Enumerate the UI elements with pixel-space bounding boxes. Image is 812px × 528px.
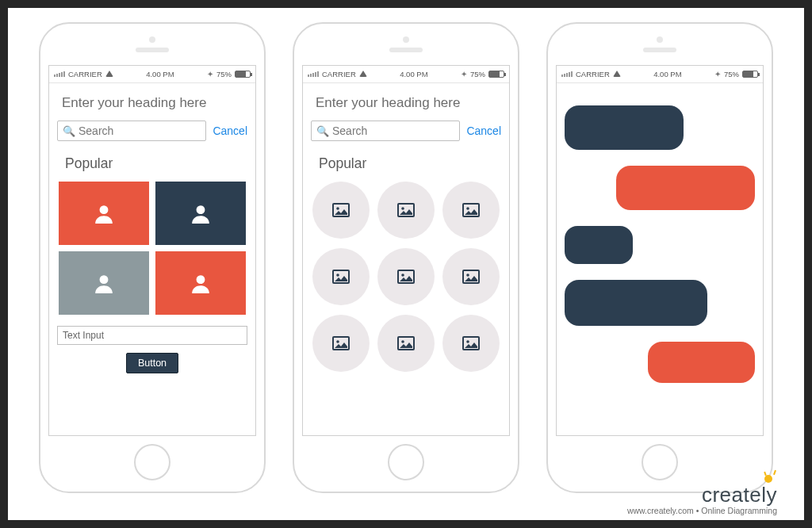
phone-mockup-3: CARRIER 4.00 PM ✦ 75%	[546, 22, 773, 493]
wireframe-canvas: CARRIER 4.00 PM ✦ 75% Enter your heading…	[0, 0, 812, 528]
search-placeholder: Search	[332, 124, 367, 137]
signal-icon	[308, 71, 319, 77]
wifi-icon	[613, 71, 621, 77]
image-item[interactable]	[442, 248, 500, 305]
image-item[interactable]	[312, 315, 370, 372]
button-label: Button	[138, 358, 167, 369]
phone-screen: CARRIER 4.00 PM ✦ 75%	[556, 65, 764, 436]
carrier-label: CARRIER	[322, 70, 356, 78]
battery-label: 75%	[724, 70, 739, 78]
wifi-icon	[105, 71, 113, 77]
phone-mockup-2: CARRIER 4.00 PM ✦ 75% Enter your heading…	[293, 22, 519, 493]
text-input[interactable]: Text Input	[57, 326, 247, 345]
clock-label: 4.00 PM	[146, 70, 174, 78]
battery-label: 75%	[216, 70, 232, 78]
clock-label: 4.00 PM	[400, 70, 427, 78]
image-grid	[311, 182, 501, 372]
battery-label: 75%	[470, 70, 485, 78]
brand-logo: creately	[702, 483, 777, 507]
battery-icon	[235, 71, 251, 78]
phone-camera	[403, 36, 409, 43]
chat-bubble-sent[interactable]	[648, 342, 755, 383]
image-item[interactable]	[442, 182, 500, 239]
user-icon	[94, 273, 114, 293]
search-input[interactable]: 🔍 Search	[57, 121, 206, 141]
phone-camera	[149, 36, 155, 43]
clock-label: 4.00 PM	[653, 70, 681, 78]
user-icon	[94, 203, 114, 224]
signal-icon	[54, 71, 65, 77]
chat-bubble-sent[interactable]	[616, 166, 755, 210]
battery-icon	[742, 71, 758, 78]
user-tile[interactable]	[59, 182, 149, 245]
image-icon	[396, 335, 416, 352]
bluetooth-icon: ✦	[207, 70, 213, 78]
image-icon	[461, 201, 481, 219]
search-input[interactable]: 🔍 Search	[311, 121, 460, 141]
chat-thread	[557, 83, 763, 435]
image-icon	[461, 335, 481, 352]
battery-icon	[488, 71, 504, 78]
phone-screen: CARRIER 4.00 PM ✦ 75% Enter your heading…	[48, 65, 256, 436]
image-item[interactable]	[377, 248, 435, 305]
text-input-placeholder: Text Input	[63, 330, 104, 341]
image-icon	[331, 201, 351, 219]
chat-bubble-received[interactable]	[565, 226, 633, 264]
cancel-link[interactable]: Cancel	[213, 124, 247, 137]
image-item[interactable]	[312, 248, 370, 305]
footer: creately www.creately.com • Online Diagr…	[627, 483, 777, 515]
status-bar: CARRIER 4.00 PM ✦ 75%	[303, 66, 509, 83]
cancel-link[interactable]: Cancel	[466, 124, 501, 137]
signal-icon	[561, 71, 573, 77]
home-button[interactable]	[388, 444, 424, 480]
section-heading: Popular	[319, 155, 501, 172]
phone-camera	[657, 36, 663, 43]
user-icon	[190, 203, 211, 224]
search-placeholder: Search	[79, 124, 113, 137]
carrier-label: CARRIER	[576, 70, 610, 78]
user-tile[interactable]	[155, 182, 246, 245]
bluetooth-icon: ✦	[714, 70, 721, 78]
home-button[interactable]	[134, 444, 170, 480]
home-button[interactable]	[642, 444, 678, 480]
page-heading: Enter your heading here	[62, 94, 247, 111]
bluetooth-icon: ✦	[461, 70, 467, 78]
search-icon: 🔍	[63, 125, 75, 137]
image-icon	[396, 268, 416, 285]
image-item[interactable]	[312, 182, 370, 239]
user-tile[interactable]	[155, 251, 246, 315]
status-bar: CARRIER 4.00 PM ✦ 75%	[557, 66, 763, 83]
phone-speaker	[643, 48, 676, 52]
phone-mockup-1: CARRIER 4.00 PM ✦ 75% Enter your heading…	[39, 22, 266, 493]
status-bar: CARRIER 4.00 PM ✦ 75%	[49, 66, 255, 83]
carrier-label: CARRIER	[68, 70, 102, 78]
brand-name: creately	[702, 483, 777, 507]
phone-speaker	[136, 48, 169, 52]
user-tile[interactable]	[59, 251, 149, 315]
wifi-icon	[359, 71, 367, 77]
tile-grid	[57, 182, 247, 315]
chat-bubble-received[interactable]	[565, 105, 684, 150]
image-item[interactable]	[442, 315, 500, 372]
image-item[interactable]	[377, 182, 435, 239]
search-icon: 🔍	[316, 125, 329, 137]
image-icon	[396, 201, 416, 219]
chat-bubble-received[interactable]	[565, 280, 707, 326]
phone-screen: CARRIER 4.00 PM ✦ 75% Enter your heading…	[302, 65, 510, 436]
submit-button[interactable]: Button	[126, 353, 178, 373]
image-item[interactable]	[377, 315, 435, 372]
image-icon	[331, 335, 351, 352]
image-icon	[461, 268, 481, 285]
bulb-icon	[764, 475, 772, 483]
user-icon	[190, 273, 211, 293]
page-heading: Enter your heading here	[316, 94, 501, 111]
phone-speaker	[389, 48, 423, 52]
image-icon	[331, 268, 351, 285]
section-heading: Popular	[65, 155, 247, 172]
